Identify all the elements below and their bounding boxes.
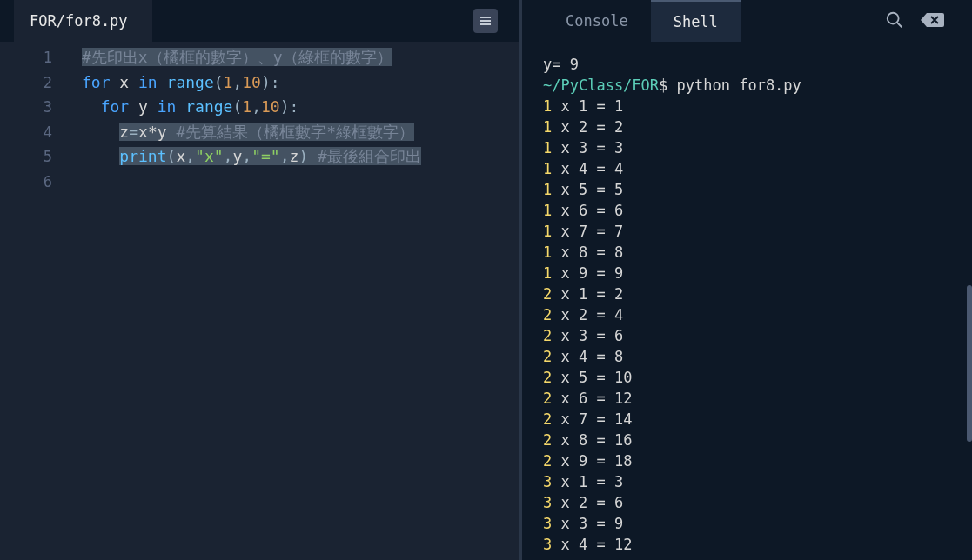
terminal-output-line: 1 x 1 = 1 <box>543 96 951 117</box>
terminal-output-line: 2 x 8 = 16 <box>543 430 951 450</box>
line-number: 6 <box>0 170 68 195</box>
editor-panel: FOR/for8.py 1 2 3 4 5 6 #先印出x（橘框的數字）、y（綠… <box>0 0 519 560</box>
editor-body[interactable]: 1 2 3 4 5 6 #先印出x（橘框的數字）、y（綠框的數字） for x … <box>0 42 519 560</box>
terminal-prompt-line: ~/PyClass/FOR$ python for8.py <box>543 75 951 96</box>
file-name: FOR/for8.py <box>30 12 128 30</box>
line-number: 1 <box>0 45 68 70</box>
terminal-panel: Console Shell y= 9 ~/PyClass/FOR$ python… <box>519 0 972 560</box>
line-number: 3 <box>0 95 68 120</box>
terminal-output-line: 1 x 7 = 7 <box>543 221 951 242</box>
terminal-output-line: 2 x 2 = 4 <box>543 304 951 325</box>
line-number: 5 <box>0 144 68 170</box>
svg-rect-0 <box>480 17 491 18</box>
terminal-output-line: 2 x 9 = 18 <box>543 450 951 471</box>
terminal-output-line: 2 x 3 = 6 <box>543 325 951 346</box>
terminal-output-line: 3 x 1 = 3 <box>543 471 951 492</box>
line-number: 4 <box>0 120 68 145</box>
clear-icon[interactable] <box>920 11 944 31</box>
terminal-output-line: 1 x 6 = 6 <box>543 200 951 221</box>
terminal-output-line: 1 x 2 = 2 <box>543 117 951 137</box>
svg-rect-2 <box>480 23 491 25</box>
svg-line-4 <box>897 22 902 27</box>
svg-rect-1 <box>480 20 491 22</box>
search-icon[interactable] <box>885 10 904 32</box>
terminal-output-line: 3 x 3 = 9 <box>543 513 951 534</box>
code-line-5: print(x,"x",y,"=",z) #最後組合印出 <box>68 144 519 170</box>
editor-header: FOR/for8.py <box>0 0 519 42</box>
terminal-output-line: 2 x 6 = 12 <box>543 388 951 409</box>
tab-console[interactable]: Console <box>543 0 651 42</box>
code-line-4: z=x*y #先算結果（橘框數字*綠框數字） <box>68 120 519 145</box>
terminal-output-line: 1 x 9 = 9 <box>543 263 951 283</box>
line-number: 2 <box>0 70 68 96</box>
terminal-body[interactable]: y= 9 ~/PyClass/FOR$ python for8.py 1 x 1… <box>522 42 972 560</box>
file-tab[interactable]: FOR/for8.py <box>14 0 152 42</box>
terminal-output-line: 3 x 4 = 12 <box>543 534 951 555</box>
terminal-output-line: 1 x 3 = 3 <box>543 137 951 158</box>
terminal-output-line: 2 x 5 = 10 <box>543 367 951 388</box>
terminal-output-line: 1 x 4 = 4 <box>543 158 951 179</box>
terminal-output-line: 1 x 8 = 8 <box>543 242 951 263</box>
code-line-3: for y in range(1,10): <box>68 95 519 120</box>
terminal-output-line: 2 x 4 = 8 <box>543 346 951 367</box>
terminal-output-line: 1 x 5 = 5 <box>543 179 951 200</box>
code-line-6 <box>68 170 519 195</box>
terminal-output-line: 2 x 1 = 2 <box>543 283 951 304</box>
terminal-output-line: 2 x 7 = 14 <box>543 409 951 430</box>
terminal-header: Console Shell <box>522 0 972 42</box>
code-line-1: #先印出x（橘框的數字）、y（綠框的數字） <box>68 45 519 70</box>
tab-shell[interactable]: Shell <box>651 0 741 42</box>
svg-point-3 <box>888 12 899 23</box>
line-gutter: 1 2 3 4 5 6 <box>0 42 68 560</box>
code-area[interactable]: #先印出x（橘框的數字）、y（綠框的數字） for x in range(1,1… <box>68 42 519 560</box>
editor-menu-icon[interactable] <box>473 9 498 33</box>
scrollbar-thumb[interactable] <box>967 285 972 442</box>
code-line-2: for x in range(1,10): <box>68 70 519 96</box>
terminal-output-line: 3 x 2 = 6 <box>543 492 951 513</box>
terminal-line: y= 9 <box>543 54 951 75</box>
